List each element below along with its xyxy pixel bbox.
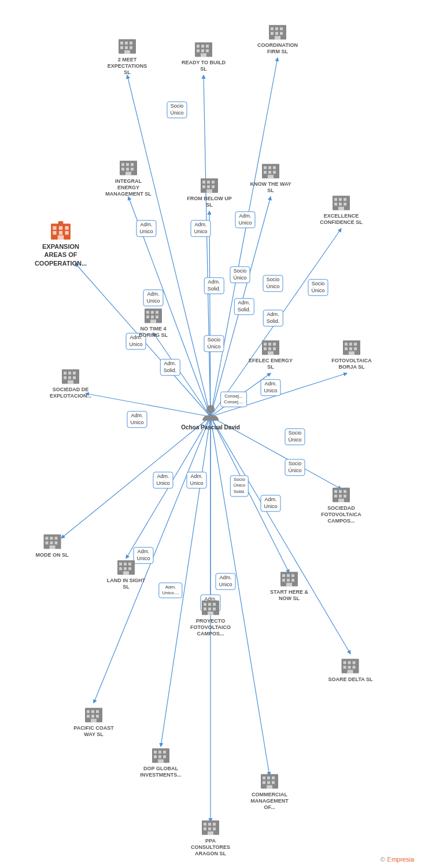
- label-coord: COORDINATION FIRM SL: [254, 42, 301, 55]
- role-badge-r2[interactable]: Adm.Unico: [136, 220, 156, 237]
- svg-rect-195: [213, 823, 216, 826]
- svg-rect-147: [291, 574, 294, 577]
- svg-rect-191: [267, 785, 272, 789]
- role-badge-r21[interactable]: SocioÚnico: [285, 428, 305, 445]
- node-commercial[interactable]: COMMERCIAL MANAGEMENT OF...: [246, 770, 293, 810]
- node-excellence[interactable]: EXCELLENCE CONFIDENCE SL: [318, 191, 364, 226]
- node-2meet[interactable]: 2 MEET EXPECTATIONS SL: [104, 35, 150, 75]
- role-badge-r26[interactable]: Adm.Unico....: [158, 583, 182, 598]
- role-badge-r18[interactable]: Adm.Unico: [153, 472, 173, 488]
- svg-rect-115: [73, 372, 76, 374]
- label-notime4: NO TIME 4 BORING SL: [130, 326, 176, 339]
- building-icon-landinsight: [116, 556, 136, 576]
- svg-rect-87: [338, 207, 344, 210]
- svg-rect-102: [273, 347, 276, 350]
- svg-rect-126: [344, 495, 346, 498]
- person-name: Ochoa Pascual David: [181, 424, 240, 431]
- role-badge-r22[interactable]: SocioÚnico: [285, 459, 305, 476]
- svg-rect-181: [158, 755, 161, 758]
- svg-rect-131: [54, 537, 57, 540]
- role-badge-r16[interactable]: Adm.Unico: [260, 379, 280, 396]
- svg-rect-27: [53, 231, 56, 234]
- svg-rect-101: [268, 347, 271, 350]
- svg-rect-24: [53, 226, 56, 230]
- role-badge-r23[interactable]: Adm.Unico: [260, 495, 280, 512]
- svg-rect-95: [150, 319, 156, 323]
- svg-rect-132: [45, 542, 48, 545]
- role-badge-r10[interactable]: Adm.Solid.: [263, 310, 283, 326]
- svg-rect-82: [339, 198, 342, 201]
- svg-rect-55: [275, 36, 280, 39]
- building-icon-coord: [267, 20, 288, 41]
- node-soaredelta[interactable]: SOARE DELTA SL: [328, 654, 373, 683]
- svg-rect-186: [267, 777, 270, 779]
- svg-rect-114: [68, 372, 71, 374]
- role-badge-r9[interactable]: Adm.Solid.: [234, 298, 254, 315]
- node-frombelow[interactable]: FROM BELOW UP SL: [186, 174, 232, 208]
- node-integral[interactable]: INTEGRAL ENERGY MANAGEMENT SL: [105, 156, 152, 197]
- label-2meet: 2 MEET EXPECTATIONS SL: [104, 57, 150, 75]
- node-soc-fotovolt-campos[interactable]: SOCIEDAD FOTOVOLTAICA CAMPOS...: [318, 483, 364, 524]
- node-notime4[interactable]: NO TIME 4 BORING SL: [130, 304, 176, 339]
- role-badge-r12[interactable]: Adm.Solid.: [160, 359, 180, 376]
- svg-rect-54: [280, 32, 283, 35]
- svg-rect-92: [146, 315, 149, 318]
- node-ppa[interactable]: PPA CONSULTORES ARAGON SL: [187, 816, 234, 856]
- svg-rect-135: [49, 546, 55, 549]
- role-badge-r3[interactable]: Adm.Unico: [190, 220, 211, 237]
- svg-rect-127: [338, 499, 344, 502]
- svg-rect-185: [263, 777, 265, 779]
- label-knowtheway: KNOW THE WAY SL: [248, 181, 294, 194]
- building-icon-soaredelta: [340, 654, 361, 675]
- node-knowtheway[interactable]: KNOW THE WAY SL: [248, 159, 294, 194]
- svg-rect-68: [202, 185, 205, 188]
- person-icon: [200, 402, 221, 423]
- node-efelec[interactable]: EFELEC ENERGY SL: [248, 336, 294, 370]
- svg-rect-141: [124, 567, 127, 570]
- building-icon-efelec: [260, 336, 281, 356]
- node-fotovoltaica-borja[interactable]: FOTOVOLTAICA BORJA SL: [328, 336, 375, 370]
- svg-rect-121: [334, 490, 337, 493]
- label-ppa: PPA CONSULTORES ARAGON SL: [187, 838, 234, 856]
- node-coord[interactable]: COORDINATION FIRM SL: [254, 20, 301, 55]
- role-badge-r1[interactable]: SocioÚnico: [167, 101, 187, 118]
- building-icon-notime4: [143, 304, 164, 325]
- role-badge-r8[interactable]: Adm.Solid.: [204, 277, 224, 294]
- label-excellence: EXCELLENCE CONFIDENCE SL: [318, 213, 364, 226]
- role-badge-r7[interactable]: SocioÚnico: [308, 279, 328, 296]
- node-landinsight[interactable]: LAND IN SIGHT SL: [103, 556, 149, 590]
- role-badge-r27[interactable]: Adm.Unico: [215, 573, 235, 590]
- role-badge-r20[interactable]: SocioÚnicoSolid.: [230, 475, 249, 496]
- svg-rect-30: [58, 236, 64, 240]
- role-badge-r4[interactable]: Adm.Unico: [235, 211, 255, 228]
- node-dopglobal[interactable]: DOP GLOBAL INVESTMENTS...: [138, 744, 184, 778]
- expansion-node[interactable]: EXPANSION AREAS OF COOPERATION...: [32, 219, 90, 267]
- node-starthere[interactable]: START HERE & NOW SL: [266, 567, 312, 602]
- role-badge-r15[interactable]: Consej...Consej....: [220, 392, 247, 407]
- role-badge-r5[interactable]: SocioÚnico: [230, 266, 250, 283]
- role-badge-r6[interactable]: SocioÚnico: [263, 275, 283, 292]
- node-proyectofotovoltaico[interactable]: PROYECTO FOTOVOLTAICO CAMPOS...: [187, 596, 234, 637]
- svg-rect-89: [146, 311, 149, 314]
- node-modeon[interactable]: MODE ON SL: [35, 530, 68, 558]
- node-ready[interactable]: READY TO BUILD SL: [180, 38, 227, 72]
- svg-rect-36: [120, 46, 123, 49]
- svg-rect-145: [282, 574, 285, 577]
- svg-rect-178: [158, 751, 161, 753]
- role-badge-r13[interactable]: SocioÚnico: [204, 335, 224, 352]
- label-integral: INTEGRAL ENERGY MANAGEMENT SL: [105, 178, 152, 197]
- svg-rect-182: [163, 755, 166, 758]
- svg-rect-193: [204, 823, 206, 826]
- svg-rect-154: [208, 603, 211, 606]
- svg-rect-61: [126, 168, 129, 171]
- node-pacificcoast[interactable]: PACIFIC COAST WAY SL: [71, 703, 117, 738]
- svg-rect-58: [126, 163, 129, 166]
- node-sociedad-explot[interactable]: SOCIEDAD DE EXPLOTACION...: [47, 365, 94, 399]
- svg-rect-25: [59, 226, 62, 230]
- svg-line-1: [204, 75, 211, 417]
- svg-rect-93: [151, 315, 154, 318]
- role-badge-r19[interactable]: Adm.Unico: [186, 472, 206, 488]
- svg-rect-26: [65, 226, 68, 230]
- role-badge-r17[interactable]: Adm.Unico: [127, 411, 147, 428]
- svg-rect-28: [59, 231, 62, 234]
